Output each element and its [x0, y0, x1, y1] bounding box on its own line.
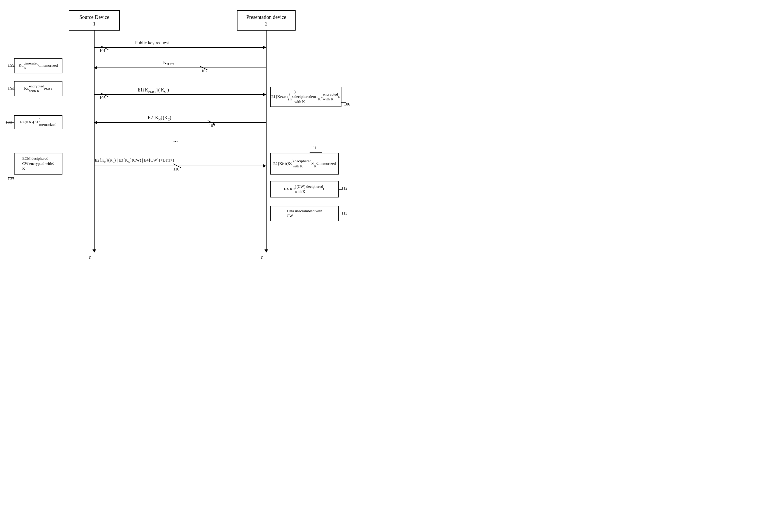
label-e2e3e4: E2{KN}(KC) | E3{KC}(CW) | E4{CW}(<Data>): [95, 158, 174, 163]
label-kpubt: KPUBT: [163, 60, 174, 66]
tick-101: [99, 45, 110, 51]
line-103: [8, 66, 15, 67]
tick-107: [206, 119, 217, 126]
arrow-101: [94, 47, 266, 48]
box-111: E2{KN}(KC) decipheredwith KNKC memorized: [270, 153, 339, 174]
box-108: E2{KN}(KC)memorized: [14, 115, 63, 129]
box-103: KC generatedKC memorized: [14, 58, 63, 73]
line-108: [6, 122, 15, 123]
svg-line-0: [101, 46, 108, 50]
presentation-device-label: Presentation device2: [246, 14, 286, 27]
t-label-presentation: t: [261, 254, 263, 260]
box-112: E3{KC}(CW) decipheredwith KC: [270, 181, 339, 198]
presentation-timeline: [266, 31, 266, 252]
ref-113: 113: [341, 211, 347, 215]
line-104: [8, 89, 15, 90]
tick-102: [199, 65, 209, 71]
line-112: [339, 189, 343, 190]
line-106: [341, 102, 346, 103]
svg-line-4: [101, 93, 108, 97]
tick-105: [99, 92, 110, 98]
line-109: [8, 177, 15, 178]
dots: ...: [173, 136, 178, 143]
arrow-105: [94, 94, 266, 95]
box-104: KC encryptedwith KPUBT: [14, 81, 63, 96]
presentation-device-box: Presentation device2: [237, 10, 296, 31]
svg-line-6: [208, 121, 215, 124]
box-113: Data unscrambled withCW: [270, 206, 339, 221]
label-e2kn: E2{KN}(KC): [148, 115, 171, 122]
source-timeline: [94, 31, 94, 252]
arrow-107: [94, 122, 266, 123]
ref-111: 111: [311, 146, 317, 150]
line-111: [310, 152, 322, 153]
box-106: E1{KPUBT}(KC) deciphered with KPRITKC en…: [270, 87, 341, 107]
svg-line-1: [200, 66, 208, 70]
source-device-label: Source Device1: [79, 14, 109, 27]
t-label-source: t: [89, 254, 91, 260]
arrow-102: [94, 68, 266, 68]
svg-line-9: [173, 164, 181, 168]
diagram: Source Device1 Presentation device2 Publ…: [0, 0, 390, 266]
tick-110: [172, 163, 182, 169]
box-109: ECM decipheredCW encrypted withKC: [14, 153, 63, 174]
label-public-key-request: Public key request: [135, 40, 169, 46]
source-device-box: Source Device1: [69, 10, 120, 31]
line-113: [339, 213, 343, 215]
label-e1kpubt: E1{KPUBT}( KC ): [137, 87, 169, 94]
